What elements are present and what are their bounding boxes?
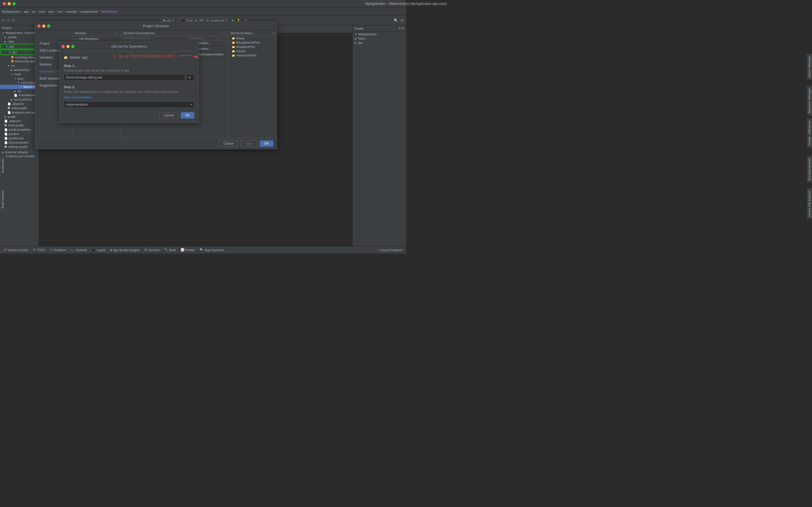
ps-minimize-button[interactable] (42, 24, 45, 28)
sidebar-item-gradle[interactable]: ▶ .gradle (0, 35, 39, 39)
search-button[interactable]: 🔍 (394, 18, 398, 22)
jar-ok-button[interactable]: OK (181, 112, 195, 119)
logcat-tool[interactable]: 📱 Logcat (89, 247, 107, 252)
breadcrumb-myapp[interactable]: MyApplication (2, 10, 20, 13)
gradle-icon: 🐘 (4, 146, 7, 148)
close-button[interactable] (3, 2, 6, 5)
sidebar-item-buildgradle[interactable]: 🐘 build.gradle (0, 123, 39, 127)
gradle-tree-app[interactable]: ▶ app (353, 41, 406, 45)
jar-maximize-button[interactable] (71, 45, 74, 48)
sidebar-item-gitignore[interactable]: 📄 .gitignore (0, 119, 39, 123)
settings-button[interactable]: ⚙ (400, 18, 404, 22)
sidebar-item-settingsgradle[interactable]: 🐘 settings.gradle (0, 145, 39, 149)
jar-open-doc-link[interactable]: Open Documentation (64, 96, 92, 99)
problems-tool[interactable]: ⚠ Problems (48, 247, 68, 252)
todo-icon: ☑ (33, 248, 36, 251)
minimize-button[interactable] (7, 2, 11, 5)
ps-remove-module-icon[interactable]: − (117, 32, 119, 35)
sidebar-item-proguard[interactable]: 📄 proguard-rules.pro (0, 110, 39, 115)
toolbar-icon-2[interactable]: ↺ (6, 18, 10, 22)
breadcrumb-example[interactable]: example (66, 10, 77, 13)
ps-resolved-expand-icon[interactable]: ⤢ (272, 32, 274, 35)
breadcrumb-app[interactable]: app (24, 10, 29, 13)
terminal-tool[interactable]: >_ Terminal (69, 248, 89, 252)
sidebar-item-test[interactable]: ▶ test [unitTest] (0, 97, 39, 102)
gradle-settings-icon[interactable]: ⚙ (401, 27, 404, 30)
sidebar-item-app[interactable]: ▼ app (1, 44, 38, 49)
app-inspection-tool[interactable]: 🔍 App Inspection (198, 247, 226, 252)
sidebar-item-buildgradle-app[interactable]: 🐘 build.gradle (0, 106, 39, 110)
profiler-tool[interactable]: 📊 Profiler (178, 247, 197, 252)
sidebar-item-external-libs[interactable]: ▶ External Libraries (0, 150, 39, 154)
ps-resolved-debugandroid[interactable]: 📁 debugAndroidTest (228, 40, 277, 45)
sidebar-item-androidtest[interactable]: ▶ androidTest (0, 68, 39, 72)
version-control-tool[interactable]: ⎇ Version Control (1, 247, 30, 252)
ps-forward-icon[interactable]: → (42, 34, 46, 38)
sidebar-item-gradle-dir[interactable]: ▶ gradle (0, 115, 39, 119)
ps-resolved-releaseunit[interactable]: 📁 releaseUnitTest (228, 53, 277, 58)
sidebar-item-gradlew[interactable]: 📄 gradlew (0, 132, 39, 136)
breadcrumb-java[interactable]: java (48, 10, 54, 13)
todo-tool[interactable]: ☑ TODO (31, 247, 47, 252)
sidebar-item-scratches[interactable]: ▶ Scratches and Consoles (0, 154, 39, 158)
sidebar-item-res[interactable]: ▶ res (0, 89, 39, 93)
sidebar-item-main[interactable]: ▼ main (0, 72, 39, 76)
breadcrumb-myapplication[interactable]: myapplication (80, 10, 98, 13)
services-tool[interactable]: ⚙ Services (142, 247, 162, 252)
profiler-icon: 📊 (181, 248, 184, 251)
ps-remove-dep-icon[interactable]: − (224, 32, 226, 35)
ps-ok-button[interactable]: OK (260, 140, 273, 147)
jar-cancel-button[interactable]: Cancel (159, 112, 178, 119)
ps-resolved-debugunit[interactable]: 📁 debugUnitTest (228, 45, 277, 49)
sidebar-item-androidmanifest[interactable]: 📄 AndroidManifest.xml (0, 93, 39, 97)
build-tool[interactable]: 🔨 Build (162, 247, 178, 252)
sidebar-item-gradlew-bat[interactable]: 📄 gradlew.bat (0, 136, 39, 140)
sidebar-item-src[interactable]: ▼ src (0, 63, 39, 68)
breadcrumb-src[interactable]: src (32, 10, 36, 13)
file-icon: 📄 (7, 111, 11, 114)
ps-apply-button[interactable]: Apply (240, 140, 258, 147)
sidebar-item-java[interactable]: ▼ java (0, 76, 39, 81)
ps-add-module-icon[interactable]: + (114, 32, 116, 35)
ps-cancel-button[interactable]: Cancel (219, 140, 238, 147)
ps-maximize-button[interactable] (47, 24, 50, 28)
bookmarks-tab[interactable]: Bookmarks (0, 156, 5, 175)
toolbar-icon-3[interactable]: ⟳ (12, 18, 15, 22)
jar-minimize-button[interactable] (66, 45, 70, 48)
ps-resolved-debug[interactable]: 📁 debug (228, 36, 277, 40)
ps-back-icon[interactable]: ← (37, 34, 41, 38)
ps-resolved-release[interactable]: 📁 release (228, 49, 277, 53)
jar-path-dropdown[interactable]: ▾ (186, 74, 195, 81)
sidebar-item-myapplication[interactable]: ▼ MyApplication ~/Documents/workspace (0, 31, 39, 35)
bottom-toolbar: ⎇ Version Control ☑ TODO ⚠ Problems >_ T… (0, 246, 406, 253)
sidebar-item-libs[interactable]: ▼ libs (1, 50, 38, 55)
gradle-refresh-icon[interactable]: ↺ (398, 27, 400, 30)
sidebar-item-gitignore-app[interactable]: 📄 .gitignore (0, 102, 39, 106)
sidebar-item-com-example[interactable]: ▼ com.example.myapplic… (0, 81, 39, 85)
sidebar-item-gradleprops[interactable]: 📄 gradle.properties (0, 127, 39, 132)
app-quality-tool[interactable]: ◈ App Quality Insights (108, 247, 142, 252)
gradle-tree-tasks[interactable]: ▶ Tasks (353, 36, 406, 41)
ps-footer: Cancel Apply OK (35, 138, 277, 149)
jar-close-button[interactable] (62, 45, 65, 48)
aar-icon: 📦 (11, 60, 14, 63)
jar-config-select[interactable]: implementation debugImplementation relea… (64, 101, 195, 108)
layout-inspector-tool[interactable]: □ Layout Inspector (376, 248, 405, 252)
sidebar-item-instantapp[interactable]: 📦 instantapp-debug.aar (0, 55, 39, 59)
toolbar-icon-1[interactable]: ≡ (2, 18, 4, 22)
sidebar-item-idea[interactable]: ▶ .idea (0, 39, 39, 44)
gradle-tree-myapp[interactable]: ▼ MyApplication (353, 32, 406, 36)
ps-close-button[interactable] (37, 24, 41, 28)
maximize-button[interactable] (12, 2, 15, 5)
build-variants-tab[interactable]: Build Variants (0, 188, 5, 211)
sidebar-item-mainactivity[interactable]: K MainActivity (0, 85, 39, 89)
folder-icon: ▶ (11, 98, 13, 101)
jar-path-input[interactable] (64, 74, 185, 81)
breadcrumb-mainactivity[interactable]: MainActivity (101, 10, 117, 13)
sidebar-item-localprops[interactable]: 📄 local.properties (0, 140, 39, 145)
breadcrumb-com[interactable]: com (57, 10, 63, 13)
ps-add-dep-icon[interactable]: + (222, 32, 223, 35)
ps-module-all[interactable]: ⬡ <All Modules> (73, 36, 121, 42)
sidebar-item-libcocos[interactable]: 📦 libcocos2dx-debug.aar (0, 59, 39, 63)
breadcrumb-main[interactable]: main (39, 10, 45, 13)
